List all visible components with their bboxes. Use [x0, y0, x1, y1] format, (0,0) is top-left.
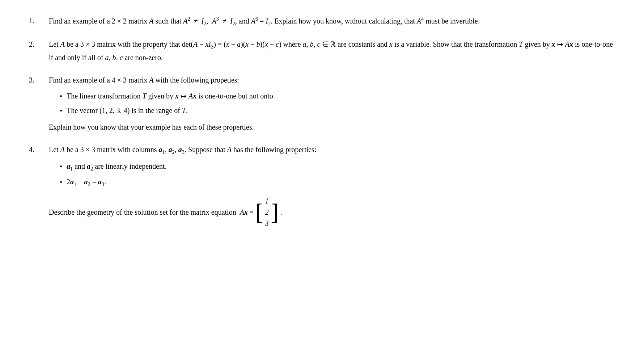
problem-3-bullet-2: • The vector (1, 2, 3, 4) is in the rang… — [60, 104, 615, 117]
problem-3-sublist: • The linear transformation T given by x… — [60, 90, 615, 117]
problem-3-bullet-2-text: The vector (1, 2, 3, 4) is in the range … — [67, 104, 188, 117]
problem-3-bullet-1-text: The linear transformation T given by x ↦… — [67, 90, 275, 102]
problem-3: 3. Find an example of a 4 × 3 matrix A w… — [29, 74, 615, 133]
problem-4-sublist: • a1 and a2 are linearly independent. • … — [60, 160, 615, 189]
problem-3-bullet-1: • The linear transformation T given by x… — [60, 90, 615, 102]
bullet-icon-3: • — [60, 161, 62, 172]
problem-1-text: Find an example of a 2 × 2 matrix A such… — [49, 14, 615, 28]
problem-3-explain: Explain how you know that your example h… — [49, 121, 615, 133]
matrix-row-3: 3 — [263, 218, 270, 229]
problem-2: 2. Let A be a 3 × 3 matrix with the prop… — [29, 38, 615, 63]
problem-4-bullet-2-text: 2a1 − a2 = a3. — [67, 176, 106, 189]
problem-4-number: 4. — [29, 143, 49, 155]
problem-4: 4. Let A be a 3 × 3 matrix with columns … — [29, 143, 615, 229]
problem-1-number: 1. — [29, 14, 49, 26]
matrix-left-bracket: [ — [255, 202, 263, 222]
matrix-row-2: 2 — [263, 206, 270, 218]
bullet-icon-1: • — [60, 91, 62, 102]
matrix-cell-2: 2 — [263, 206, 270, 218]
problem-4-equation-text: Describe the geometry of the solution se… — [49, 206, 254, 218]
matrix-cell-3: 3 — [263, 217, 270, 230]
bullet-icon-4: • — [60, 176, 62, 188]
problem-3-content: Find an example of a 4 × 3 matrix A with… — [49, 74, 615, 133]
problem-4-intro: Let A be a 3 × 3 matrix with columns a1,… — [49, 143, 615, 156]
problem-3-number: 3. — [29, 74, 49, 86]
matrix-cell-1: 1 — [263, 195, 270, 207]
problem-4-bullet-2: • 2a1 − a2 = a3. — [60, 176, 615, 189]
bullet-icon-2: • — [60, 105, 62, 117]
problem-4-bullet-1: • a1 and a2 are linearly independent. — [60, 160, 615, 173]
problem-4-equation: Describe the geometry of the solution se… — [49, 195, 615, 229]
matrix-row-1: 1 — [263, 195, 270, 206]
problem-4-bullet-1-text: a1 and a2 are linearly independent. — [67, 160, 167, 173]
problem-2-content: Let A be a 3 × 3 matrix with the propert… — [49, 38, 615, 63]
matrix-entries: 1 2 3 — [263, 195, 270, 229]
matrix-right-bracket: ] — [271, 202, 278, 222]
problem-2-text: Let A be a 3 × 3 matrix with the propert… — [49, 38, 615, 63]
problem-1: 1. Find an example of a 2 × 2 matrix A s… — [29, 14, 615, 28]
problem-2-number: 2. — [29, 38, 49, 50]
problem-3-intro: Find an example of a 4 × 3 matrix A with… — [49, 74, 615, 86]
problem-4-content: Let A be a 3 × 3 matrix with columns a1,… — [49, 143, 615, 229]
matrix-vector: [ 1 2 3 ] — [255, 195, 279, 229]
problem-4-period: . — [279, 206, 282, 218]
problem-1-content: Find an example of a 2 × 2 matrix A such… — [49, 14, 615, 28]
